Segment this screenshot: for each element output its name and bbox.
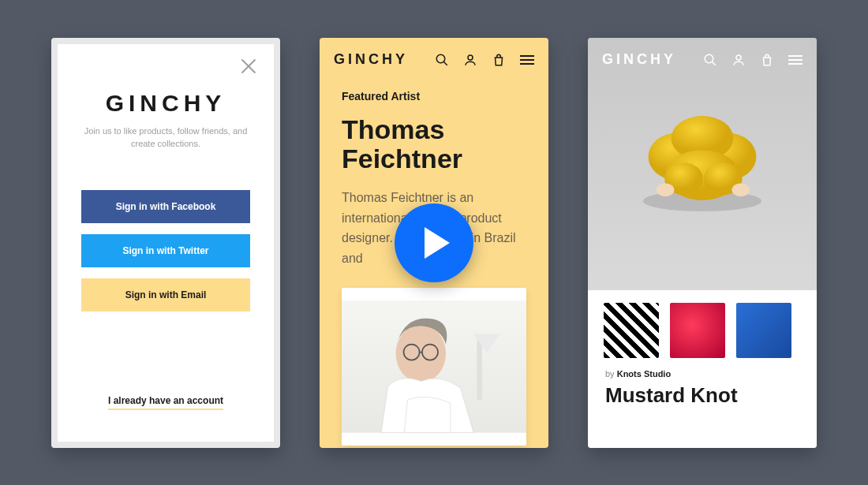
artist-image xyxy=(342,288,526,446)
by-name: Knots Studio xyxy=(617,369,671,379)
menu-icon[interactable] xyxy=(520,55,534,65)
svg-point-10 xyxy=(705,54,713,63)
user-icon[interactable] xyxy=(731,53,746,67)
svg-point-2 xyxy=(468,55,473,60)
product-info: by Knots Studio Mustard Knot xyxy=(588,366,817,448)
variant-thumb-stripes[interactable] xyxy=(604,303,659,358)
user-icon[interactable] xyxy=(463,53,477,67)
bag-icon[interactable] xyxy=(492,53,506,67)
topbar: GINCHY xyxy=(588,38,817,82)
search-icon[interactable] xyxy=(435,53,449,67)
bag-icon[interactable] xyxy=(760,53,774,67)
svg-point-0 xyxy=(436,54,445,63)
topbar: GINCHY xyxy=(320,38,548,82)
signin-panel: GINCHY Join us to like products, follow … xyxy=(58,44,274,442)
brand-logo: GINCHY xyxy=(334,51,421,68)
signin-twitter-button[interactable]: Sign in with Twitter xyxy=(81,234,250,267)
svg-point-12 xyxy=(736,55,741,60)
svg-line-11 xyxy=(712,62,716,65)
artist-title: Thomas Feichtner xyxy=(342,115,526,174)
signin-email-button[interactable]: Sign in with Email xyxy=(81,278,250,312)
search-icon[interactable] xyxy=(703,53,717,67)
play-icon[interactable] xyxy=(395,203,473,282)
svg-line-1 xyxy=(443,62,447,65)
brand-logo: GINCHY xyxy=(602,51,689,68)
product-by: by Knots Studio xyxy=(605,369,799,379)
signin-facebook-button[interactable]: Sign in with Facebook xyxy=(81,190,250,223)
product-title: Mustard Knot xyxy=(605,383,799,408)
by-prefix: by xyxy=(605,369,617,379)
product-image xyxy=(627,105,777,223)
artist-eyebrow: Featured Artist xyxy=(342,90,526,103)
variant-thumbnails xyxy=(588,290,817,366)
svg-point-21 xyxy=(732,183,750,196)
svg-rect-9 xyxy=(477,340,482,399)
variant-thumb-red[interactable] xyxy=(670,303,725,358)
product-screen: GINCHY by Knots Studio Mustard xyxy=(588,38,817,448)
signin-subtitle: Join us to like products, follow friends… xyxy=(83,125,249,151)
existing-account-link[interactable]: I already have an account xyxy=(108,395,223,410)
brand-logo: GINCHY xyxy=(106,90,226,117)
variant-thumb-blue[interactable] xyxy=(736,303,791,358)
signin-screen: GINCHY Join us to like products, follow … xyxy=(51,38,280,448)
artist-image-card xyxy=(342,288,526,446)
close-icon[interactable] xyxy=(239,57,258,76)
svg-point-20 xyxy=(657,183,675,196)
menu-icon[interactable] xyxy=(788,55,803,65)
